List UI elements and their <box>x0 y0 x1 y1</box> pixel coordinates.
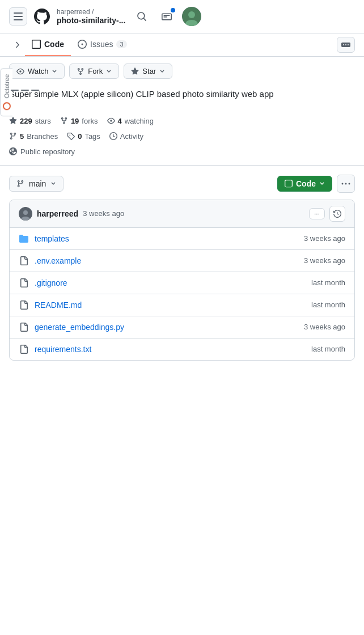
tabs-more-button[interactable] <box>337 37 355 53</box>
hamburger-button[interactable] <box>9 7 27 26</box>
star-button[interactable]: Star <box>124 64 172 79</box>
stars-stat[interactable]: 229 stars <box>9 117 51 125</box>
issues-badge: 3 <box>116 40 126 48</box>
svg-point-5 <box>349 183 350 184</box>
octotree-label-text: Octotree <box>3 74 10 98</box>
tags-meta[interactable]: 0 Tags <box>67 132 100 141</box>
star-stat-icon <box>9 117 17 125</box>
forks-stat[interactable]: 19 forks <box>60 117 98 125</box>
activity-meta[interactable]: Activity <box>109 132 143 141</box>
file-row-gitignore[interactable]: .gitignorelast month <box>10 272 354 294</box>
tab-code[interactable]: Code <box>25 33 71 56</box>
activity-icon <box>109 132 117 140</box>
visibility-label: Public repository <box>20 147 75 156</box>
globe-icon <box>9 147 17 155</box>
code-chevron-icon <box>319 181 325 187</box>
commit-row: harperreed 3 weeks ago ··· <box>10 200 354 228</box>
file-time-env-example: 3 weeks ago <box>304 256 345 265</box>
branches-meta[interactable]: 5 Branches <box>9 132 58 141</box>
file-name-templates[interactable]: templates <box>35 234 69 243</box>
file-row-readme[interactable]: README.mdlast month <box>10 294 354 316</box>
file-time-templates: 3 weeks ago <box>304 234 345 243</box>
tag-icon <box>67 132 75 140</box>
file-name-gitignore[interactable]: .gitignore <box>35 278 67 287</box>
expand-button[interactable] <box>9 33 25 56</box>
commit-message-button[interactable]: ··· <box>309 208 325 219</box>
ellipsis-icon <box>341 40 350 49</box>
search-icon <box>137 11 147 22</box>
code-icon <box>32 40 41 49</box>
file-name-requirements[interactable]: requirements.txt <box>35 345 91 354</box>
hamburger-icon <box>14 19 23 20</box>
file-icon <box>19 344 29 354</box>
folder-icon <box>19 234 29 244</box>
svg-point-4 <box>345 183 347 184</box>
header-left: harperreed / photo-similarity-... <box>9 7 125 26</box>
code-bar: main Code <box>0 175 364 200</box>
stars-count: 229 <box>20 117 32 125</box>
file-row-generate-embeddings[interactable]: generate_embeddings.py3 weeks ago <box>10 316 354 338</box>
branch-chevron-icon <box>50 181 56 187</box>
star-label: Star <box>142 67 156 75</box>
code-button[interactable]: Code <box>277 176 332 192</box>
file-icon <box>19 256 29 266</box>
branch-name: main <box>29 179 46 188</box>
branches-count: 5 <box>20 132 24 141</box>
history-icon <box>333 210 341 218</box>
tab-code-label: Code <box>44 40 64 49</box>
commit-avatar <box>19 207 32 221</box>
file-time-generate-embeddings: 3 weeks ago <box>304 323 345 331</box>
forks-count: 19 <box>71 117 79 125</box>
file-icon <box>19 278 29 288</box>
file-more-button[interactable] <box>337 175 355 193</box>
avatar[interactable] <box>182 7 201 26</box>
star-icon <box>131 67 139 75</box>
divider <box>0 165 364 166</box>
repo-description-section: Super simple MLX (apple silicon) CLIP ba… <box>0 86 364 117</box>
repo-owner: harperreed / <box>57 8 125 16</box>
header: harperreed / photo-similarity-... <box>0 0 364 33</box>
fork-button[interactable]: Fork <box>69 64 119 79</box>
file-name-generate-embeddings[interactable]: generate_embeddings.py <box>35 323 124 332</box>
commit-time: 3 weeks ago <box>83 209 124 218</box>
tags-label: Tags <box>84 132 100 141</box>
issues-icon <box>78 40 87 49</box>
branch-selector[interactable]: main <box>9 176 64 192</box>
commit-avatar-image <box>19 207 32 221</box>
code-bar-right: Code <box>277 175 355 193</box>
file-name-env-example[interactable]: .env.example <box>35 256 81 265</box>
file-name-readme[interactable]: README.md <box>35 300 82 310</box>
inbox-button[interactable] <box>157 7 176 26</box>
fork-label: Fork <box>88 67 103 75</box>
svg-point-3 <box>342 183 344 184</box>
file-icon <box>19 300 29 310</box>
chevron-down-icon-3 <box>159 69 165 74</box>
forks-label: forks <box>82 117 98 125</box>
watching-stat[interactable]: 4 watching <box>107 117 154 125</box>
meta-row: 5 Branches 0 Tags Activity <box>0 130 364 145</box>
file-row-templates[interactable]: templates3 weeks ago <box>10 228 354 250</box>
repo-name[interactable]: photo-similarity-... <box>57 16 125 25</box>
history-button[interactable] <box>329 206 345 222</box>
code-btn-label: Code <box>296 179 316 188</box>
chevron-right-icon <box>14 41 20 48</box>
hamburger-icon <box>14 12 23 14</box>
search-button[interactable] <box>132 7 151 26</box>
fork-stat-icon <box>60 117 68 125</box>
inbox-icon <box>162 11 172 22</box>
tab-issues[interactable]: Issues 3 <box>71 33 134 56</box>
commit-author: harperreed 3 weeks ago <box>19 207 124 221</box>
visibility-row: Public repository <box>0 145 364 165</box>
branch-selector-icon <box>16 180 24 188</box>
hamburger-icon <box>14 16 23 17</box>
file-row-requirements[interactable]: requirements.txtlast month <box>10 338 354 360</box>
file-row-env-example[interactable]: .env.example3 weeks ago <box>10 250 354 272</box>
branches-label: Branches <box>27 132 58 141</box>
file-icon <box>19 322 29 332</box>
svg-point-7 <box>23 210 28 215</box>
repo-actions: Watch Fork Star <box>0 57 364 86</box>
octotree-panel[interactable]: Octotree <box>0 68 12 116</box>
file-time-readme: last month <box>311 300 345 309</box>
commit-username[interactable]: harperreed <box>37 209 78 218</box>
file-time-requirements: last month <box>311 345 345 353</box>
